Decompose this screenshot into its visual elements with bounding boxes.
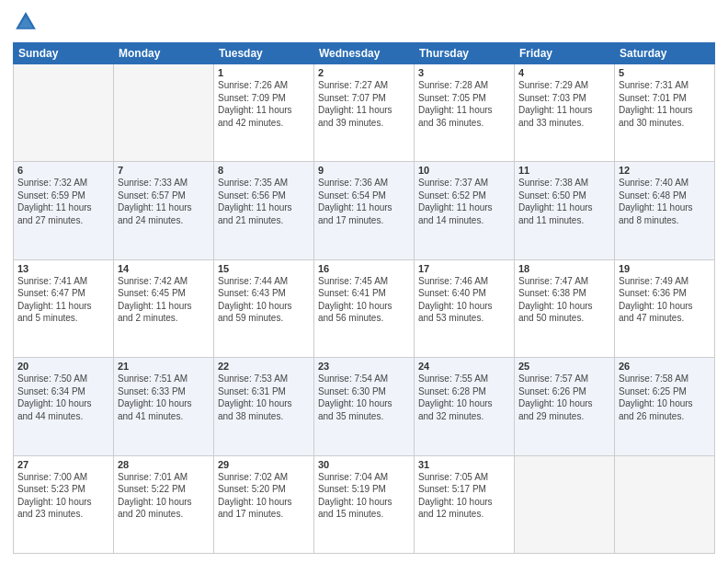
day-cell: [615, 455, 715, 553]
day-number: 1: [218, 67, 310, 78]
day-info: Sunrise: 7:41 AM Sunset: 6:47 PM Dayligh…: [17, 275, 109, 325]
day-info: Sunrise: 7:57 AM Sunset: 6:26 PM Dayligh…: [518, 373, 610, 422]
day-cell: 13Sunrise: 7:41 AM Sunset: 6:47 PM Dayli…: [14, 259, 114, 357]
week-row-5: 27Sunrise: 7:00 AM Sunset: 5:23 PM Dayli…: [14, 455, 715, 553]
day-number: 16: [318, 263, 410, 274]
day-cell: 22Sunrise: 7:53 AM Sunset: 6:31 PM Dayli…: [214, 358, 314, 455]
day-cell: 30Sunrise: 7:04 AM Sunset: 5:19 PM Dayli…: [314, 455, 415, 553]
day-cell: 19Sunrise: 7:49 AM Sunset: 6:36 PM Dayli…: [615, 259, 715, 357]
day-cell: 24Sunrise: 7:55 AM Sunset: 6:28 PM Dayli…: [415, 358, 515, 455]
day-info: Sunrise: 7:05 AM Sunset: 5:17 PM Dayligh…: [418, 471, 510, 521]
day-cell: 26Sunrise: 7:58 AM Sunset: 6:25 PM Dayli…: [615, 358, 715, 455]
day-cell: 9Sunrise: 7:36 AM Sunset: 6:54 PM Daylig…: [314, 162, 415, 259]
day-cell: 12Sunrise: 7:40 AM Sunset: 6:48 PM Dayli…: [615, 162, 715, 259]
day-info: Sunrise: 7:44 AM Sunset: 6:43 PM Dayligh…: [218, 275, 310, 325]
week-row-1: 1Sunrise: 7:26 AM Sunset: 7:09 PM Daylig…: [14, 64, 715, 162]
day-info: Sunrise: 7:42 AM Sunset: 6:45 PM Dayligh…: [118, 275, 210, 325]
logo: [13, 9, 42, 35]
day-cell: 10Sunrise: 7:37 AM Sunset: 6:52 PM Dayli…: [415, 162, 515, 259]
day-info: Sunrise: 7:35 AM Sunset: 6:56 PM Dayligh…: [218, 177, 310, 226]
day-number: 17: [418, 263, 510, 274]
day-cell: 15Sunrise: 7:44 AM Sunset: 6:43 PM Dayli…: [214, 259, 314, 357]
day-cell: 5Sunrise: 7:31 AM Sunset: 7:01 PM Daylig…: [615, 64, 715, 162]
day-number: 29: [218, 459, 310, 470]
day-info: Sunrise: 7:31 AM Sunset: 7:01 PM Dayligh…: [619, 79, 711, 129]
day-number: 23: [318, 361, 410, 372]
day-number: 7: [118, 165, 210, 176]
day-info: Sunrise: 7:54 AM Sunset: 6:30 PM Dayligh…: [318, 373, 410, 422]
day-info: Sunrise: 7:33 AM Sunset: 6:57 PM Dayligh…: [118, 177, 210, 226]
header: [13, 9, 715, 35]
day-info: Sunrise: 7:29 AM Sunset: 7:03 PM Dayligh…: [518, 79, 610, 129]
day-info: Sunrise: 7:26 AM Sunset: 7:09 PM Dayligh…: [218, 79, 310, 129]
day-number: 10: [418, 165, 510, 176]
day-cell: 18Sunrise: 7:47 AM Sunset: 6:38 PM Dayli…: [515, 259, 615, 357]
header-thursday: Thursday: [415, 43, 515, 64]
day-number: 31: [418, 459, 510, 470]
day-info: Sunrise: 7:32 AM Sunset: 6:59 PM Dayligh…: [17, 177, 109, 226]
page: SundayMondayTuesdayWednesdayThursdayFrid…: [0, 0, 728, 563]
day-cell: 29Sunrise: 7:02 AM Sunset: 5:20 PM Dayli…: [214, 455, 314, 553]
day-info: Sunrise: 7:53 AM Sunset: 6:31 PM Dayligh…: [218, 373, 310, 422]
day-number: 14: [118, 263, 210, 274]
day-number: 21: [118, 361, 210, 372]
day-number: 18: [518, 263, 610, 274]
day-number: 11: [518, 165, 610, 176]
day-info: Sunrise: 7:04 AM Sunset: 5:19 PM Dayligh…: [318, 471, 410, 521]
day-info: Sunrise: 7:01 AM Sunset: 5:22 PM Dayligh…: [118, 471, 210, 521]
day-cell: 31Sunrise: 7:05 AM Sunset: 5:17 PM Dayli…: [415, 455, 515, 553]
day-cell: 4Sunrise: 7:29 AM Sunset: 7:03 PM Daylig…: [515, 64, 615, 162]
day-info: Sunrise: 7:46 AM Sunset: 6:40 PM Dayligh…: [418, 275, 510, 325]
day-info: Sunrise: 7:47 AM Sunset: 6:38 PM Dayligh…: [518, 275, 610, 325]
day-info: Sunrise: 7:51 AM Sunset: 6:33 PM Dayligh…: [118, 373, 210, 422]
week-row-2: 6Sunrise: 7:32 AM Sunset: 6:59 PM Daylig…: [14, 162, 715, 259]
day-number: 3: [418, 67, 510, 78]
day-number: 20: [17, 361, 109, 372]
day-cell: 17Sunrise: 7:46 AM Sunset: 6:40 PM Dayli…: [415, 259, 515, 357]
day-info: Sunrise: 7:55 AM Sunset: 6:28 PM Dayligh…: [418, 373, 510, 422]
header-saturday: Saturday: [615, 43, 715, 64]
day-number: 22: [218, 361, 310, 372]
day-number: 12: [619, 165, 711, 176]
day-cell: [14, 64, 114, 162]
day-info: Sunrise: 7:50 AM Sunset: 6:34 PM Dayligh…: [17, 373, 109, 422]
calendar-table: SundayMondayTuesdayWednesdayThursdayFrid…: [13, 42, 715, 554]
day-info: Sunrise: 7:27 AM Sunset: 7:07 PM Dayligh…: [318, 79, 410, 129]
day-number: 6: [17, 165, 109, 176]
day-cell: 3Sunrise: 7:28 AM Sunset: 7:05 PM Daylig…: [415, 64, 515, 162]
day-cell: 7Sunrise: 7:33 AM Sunset: 6:57 PM Daylig…: [114, 162, 214, 259]
day-cell: 28Sunrise: 7:01 AM Sunset: 5:22 PM Dayli…: [114, 455, 214, 553]
day-cell: 14Sunrise: 7:42 AM Sunset: 6:45 PM Dayli…: [114, 259, 214, 357]
day-number: 25: [518, 361, 610, 372]
header-row: SundayMondayTuesdayWednesdayThursdayFrid…: [14, 43, 715, 64]
day-number: 27: [17, 459, 109, 470]
day-number: 5: [619, 67, 711, 78]
day-cell: 23Sunrise: 7:54 AM Sunset: 6:30 PM Dayli…: [314, 358, 415, 455]
day-cell: 16Sunrise: 7:45 AM Sunset: 6:41 PM Dayli…: [314, 259, 415, 357]
day-info: Sunrise: 7:40 AM Sunset: 6:48 PM Dayligh…: [619, 177, 711, 226]
header-tuesday: Tuesday: [214, 43, 314, 64]
day-number: 15: [218, 263, 310, 274]
day-info: Sunrise: 7:58 AM Sunset: 6:25 PM Dayligh…: [619, 373, 711, 422]
logo-icon: [13, 9, 39, 35]
day-cell: 25Sunrise: 7:57 AM Sunset: 6:26 PM Dayli…: [515, 358, 615, 455]
week-row-4: 20Sunrise: 7:50 AM Sunset: 6:34 PM Dayli…: [14, 358, 715, 455]
day-number: 4: [518, 67, 610, 78]
header-monday: Monday: [114, 43, 214, 64]
day-cell: 6Sunrise: 7:32 AM Sunset: 6:59 PM Daylig…: [14, 162, 114, 259]
day-number: 28: [118, 459, 210, 470]
day-info: Sunrise: 7:36 AM Sunset: 6:54 PM Dayligh…: [318, 177, 410, 226]
header-sunday: Sunday: [14, 43, 114, 64]
day-cell: 2Sunrise: 7:27 AM Sunset: 7:07 PM Daylig…: [314, 64, 415, 162]
day-number: 30: [318, 459, 410, 470]
day-cell: 20Sunrise: 7:50 AM Sunset: 6:34 PM Dayli…: [14, 358, 114, 455]
day-info: Sunrise: 7:38 AM Sunset: 6:50 PM Dayligh…: [518, 177, 610, 226]
day-cell: 27Sunrise: 7:00 AM Sunset: 5:23 PM Dayli…: [14, 455, 114, 553]
day-number: 13: [17, 263, 109, 274]
day-info: Sunrise: 7:28 AM Sunset: 7:05 PM Dayligh…: [418, 79, 510, 129]
header-wednesday: Wednesday: [314, 43, 415, 64]
day-cell: 11Sunrise: 7:38 AM Sunset: 6:50 PM Dayli…: [515, 162, 615, 259]
day-cell: 1Sunrise: 7:26 AM Sunset: 7:09 PM Daylig…: [214, 64, 314, 162]
day-number: 24: [418, 361, 510, 372]
day-info: Sunrise: 7:00 AM Sunset: 5:23 PM Dayligh…: [17, 471, 109, 521]
